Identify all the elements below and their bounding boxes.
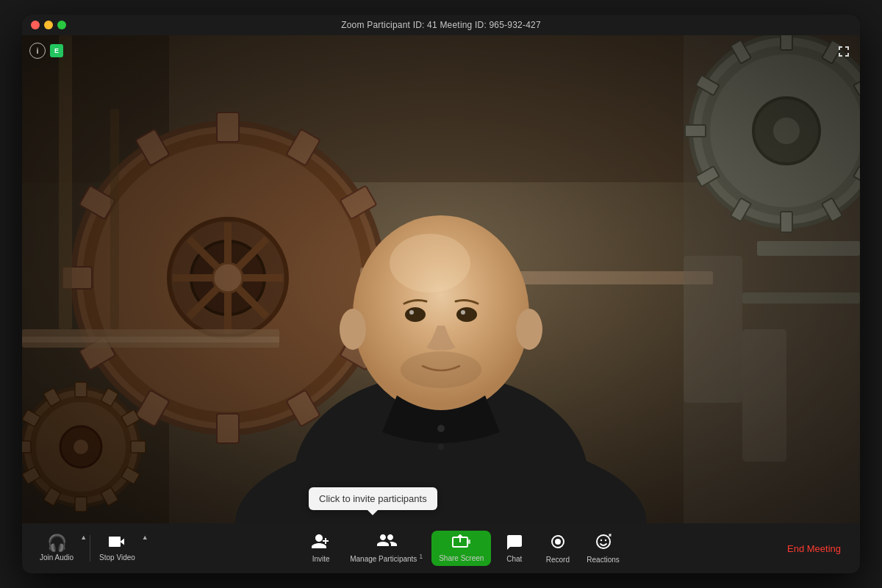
- close-button[interactable]: [31, 21, 40, 29]
- video-background: [22, 35, 860, 523]
- svg-point-87: [555, 539, 561, 545]
- svg-point-83: [438, 444, 444, 450]
- info-icon[interactable]: i: [29, 43, 46, 59]
- svg-point-74: [390, 234, 470, 293]
- titlebar: Zoom Participant ID: 41 Meeting ID: 965-…: [22, 15, 860, 35]
- svg-point-75: [405, 307, 426, 322]
- invite-button[interactable]: Invite: [301, 531, 341, 566]
- share-screen-icon: [452, 534, 471, 552]
- info-badge: i E: [29, 43, 63, 59]
- invite-icon: [312, 534, 331, 553]
- join-audio-button[interactable]: 🎧 Join Audio: [34, 532, 79, 564]
- participants-icon: [376, 533, 397, 551]
- record-icon: [549, 533, 567, 553]
- toolbar-center: Invite Manage Participants 1: [166, 530, 760, 567]
- manage-participants-button[interactable]: Manage Participants 1: [344, 530, 429, 566]
- svg-point-79: [401, 351, 481, 388]
- svg-point-80: [340, 309, 366, 350]
- traffic-lights: [31, 21, 66, 29]
- camera-icon: [108, 535, 126, 551]
- svg-point-77: [409, 310, 414, 315]
- svg-point-82: [437, 425, 445, 432]
- reactions-icon: [595, 533, 612, 553]
- share-screen-button[interactable]: Share Screen: [431, 531, 491, 566]
- video-area: i E Click to invite participants: [22, 35, 860, 523]
- end-meeting-button[interactable]: End Meeting: [780, 539, 848, 559]
- chat-icon: [506, 534, 523, 553]
- svg-point-78: [461, 310, 465, 315]
- audio-options-arrow[interactable]: ▲: [80, 534, 87, 541]
- maximize-button[interactable]: [57, 21, 66, 29]
- svg-point-81: [516, 309, 542, 350]
- reactions-button[interactable]: Reactions: [581, 530, 625, 567]
- zoom-window: Zoom Participant ID: 41 Meeting ID: 965-…: [22, 15, 860, 573]
- invite-tooltip: Click to invite participants: [309, 487, 437, 510]
- svg-point-89: [600, 539, 601, 541]
- minimize-button[interactable]: [44, 21, 53, 29]
- video-options-arrow[interactable]: ▲: [142, 534, 148, 541]
- join-audio-group: 🎧 Join Audio ▲: [34, 532, 87, 564]
- toolbar-right: End Meeting: [760, 539, 848, 559]
- svg-point-76: [456, 307, 477, 322]
- window-title: Zoom Participant ID: 41 Meeting ID: 965-…: [341, 20, 541, 30]
- headphones-icon: 🎧: [47, 535, 67, 551]
- svg-point-90: [604, 539, 606, 541]
- stop-video-button[interactable]: Stop Video: [93, 532, 141, 564]
- chat-button[interactable]: Chat: [494, 531, 534, 566]
- record-button[interactable]: Record: [537, 530, 578, 567]
- toolbar-divider-1: [90, 535, 90, 562]
- toolbar: 🎧 Join Audio ▲ Stop Video ▲: [22, 523, 860, 573]
- fullscreen-button[interactable]: [835, 43, 853, 60]
- svg-point-88: [597, 535, 610, 548]
- toolbar-left: 🎧 Join Audio ▲ Stop Video ▲: [34, 532, 166, 564]
- stop-video-group: Stop Video ▲: [93, 532, 148, 564]
- green-dot: E: [50, 44, 63, 57]
- svg-rect-85: [468, 539, 470, 544]
